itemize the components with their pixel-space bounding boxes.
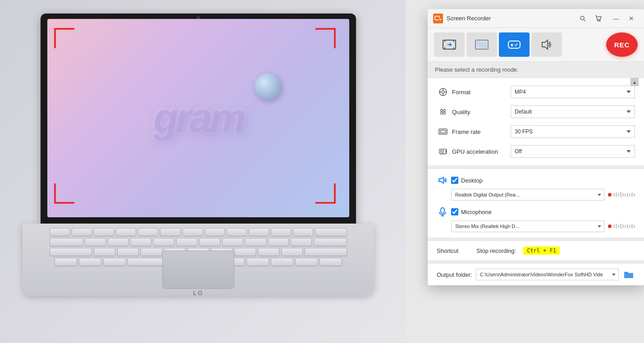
key [315, 228, 347, 236]
svg-point-24 [445, 91, 447, 93]
bracket-bottom-left [54, 181, 77, 204]
svg-rect-3 [440, 19, 441, 20]
vol-bar-4 [620, 224, 621, 229]
svg-point-26 [443, 110, 446, 112]
laptop-screen-inner: gram [47, 19, 349, 217]
vol-bar-5 [622, 193, 624, 197]
key [227, 228, 247, 236]
vol-bar-3 [618, 225, 619, 228]
format-select[interactable]: MP4 AVI MOV WMV [511, 86, 635, 98]
svg-point-20 [442, 91, 444, 93]
cart-button[interactable] [591, 11, 605, 26]
vol-bar-10 [634, 193, 635, 197]
key [205, 228, 225, 236]
laptop-illustration: gram [0, 0, 406, 343]
svg-rect-36 [441, 151, 443, 152]
svg-rect-30 [440, 130, 446, 133]
vol-bar-3 [618, 193, 619, 196]
svg-point-28 [443, 112, 446, 114]
vol-bar-2 [616, 192, 617, 197]
key [141, 248, 162, 256]
bracket-top-right [313, 28, 336, 50]
key [50, 248, 92, 256]
scroll-up-button[interactable]: ▲ [630, 78, 639, 86]
key [271, 228, 291, 236]
shortcut-row: Shortcut Stop recording: Ctrl + F1 [437, 247, 635, 255]
search-button[interactable] [575, 11, 590, 26]
quality-row: Quality Default High Medium Low [437, 104, 635, 119]
microphone-label: Microphone [461, 209, 492, 215]
mode-toolbar: REC [428, 28, 644, 62]
key [138, 228, 158, 236]
key [117, 248, 139, 256]
svg-point-27 [441, 112, 443, 114]
rec-button[interactable]: REC [606, 32, 638, 57]
output-path-select[interactable]: C:\Users\Administrator\Videos\WonderFox … [476, 269, 619, 280]
shortcut-key-badge: Ctrl + F1 [523, 247, 560, 255]
microphone-checkbox[interactable] [451, 208, 458, 215]
output-folder-section: Output folder: C:\Users\Administrator\Vi… [428, 264, 644, 285]
desktop-device-select[interactable]: Realtek Digital Output (Rea... [451, 189, 604, 201]
quality-icon [437, 105, 449, 118]
microphone-icon [437, 206, 448, 218]
svg-point-17 [515, 45, 516, 46]
vol-bar-8 [629, 225, 630, 228]
svg-point-6 [598, 20, 598, 21]
desktop-volume-bars [613, 192, 635, 197]
browse-folder-button[interactable] [622, 268, 635, 281]
key [94, 228, 114, 236]
key [305, 248, 347, 256]
gpu-icon [437, 145, 449, 158]
svg-marker-43 [439, 177, 443, 183]
output-folder-label: Output folder: [437, 271, 472, 278]
svg-rect-44 [441, 208, 444, 213]
microphone-volume-indicator [608, 224, 612, 228]
app-window: Screen Recorder — ✕ [428, 9, 644, 285]
desktop-audio-checkbox[interactable] [451, 177, 458, 184]
screen-area-mode-button[interactable] [434, 32, 465, 57]
format-row: Format MP4 AVI MOV WMV [437, 84, 635, 100]
framerate-select[interactable]: 30 FPS 60 FPS 24 FPS 15 FPS [511, 125, 635, 138]
key [245, 238, 266, 246]
key [103, 258, 126, 266]
microphone-volume-control [608, 224, 635, 229]
shortcut-section: Shortcut Stop recording: Ctrl + F1 [428, 241, 644, 264]
shortcut-action-label: Stop recording: [476, 247, 516, 254]
quality-label: Quality [452, 109, 511, 115]
shortcut-label: Shortcut [437, 247, 473, 254]
audio-only-mode-button[interactable] [531, 32, 562, 57]
gpu-select[interactable]: Off On [511, 145, 635, 158]
svg-point-25 [441, 110, 443, 112]
key [50, 228, 70, 236]
microphone-device-select[interactable]: Stereo Mix (Realtek High D... [451, 220, 604, 232]
vol-bar-9 [631, 192, 633, 197]
key [108, 238, 129, 246]
key [199, 238, 220, 246]
minimize-button[interactable]: — [609, 11, 623, 26]
svg-point-16 [516, 44, 518, 45]
desktop-audio-header: Desktop [437, 174, 635, 186]
key [249, 228, 269, 236]
format-label: Format [452, 89, 511, 96]
decorative-sphere [255, 73, 282, 100]
vol-bar-5 [622, 224, 624, 228]
laptop-keyboard-base: LG [23, 224, 374, 296]
gram-logo-text: gram [153, 95, 243, 142]
fullscreen-mode-button[interactable] [466, 32, 497, 57]
key [116, 228, 136, 236]
quality-select[interactable]: Default High Medium Low [511, 105, 635, 118]
vol-bar-6 [625, 193, 626, 197]
laptop-brand-logo: LG [193, 289, 203, 297]
game-mode-button[interactable] [499, 32, 530, 57]
gpu-row: GPU acceleration Off On [437, 144, 635, 159]
key [130, 238, 151, 246]
svg-marker-18 [542, 40, 548, 49]
svg-point-21 [443, 89, 444, 90]
vol-bar-8 [629, 193, 630, 196]
svg-point-7 [599, 20, 600, 21]
status-bar: Please select a recording mode. ▲ [428, 62, 644, 78]
close-button[interactable]: ✕ [624, 11, 639, 26]
key [258, 248, 279, 256]
key [222, 238, 243, 246]
format-icon [437, 86, 449, 98]
